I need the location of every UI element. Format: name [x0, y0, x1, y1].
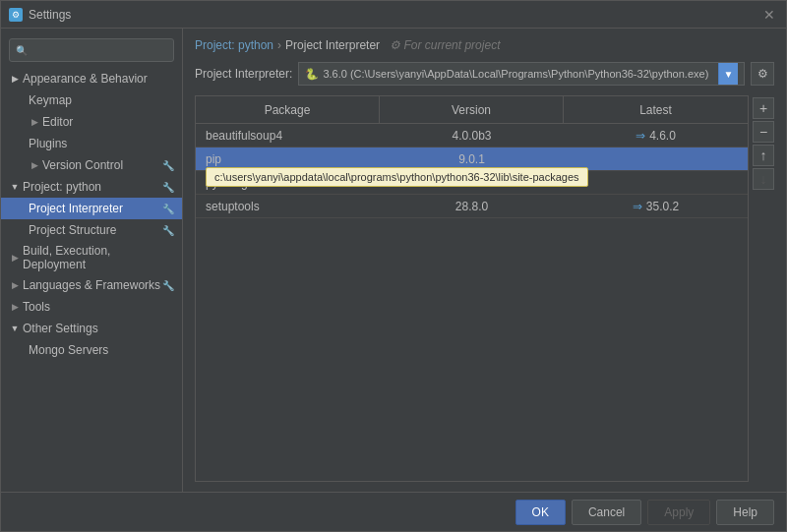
- column-version: Version: [380, 96, 564, 123]
- package-table: Package Version Latest beaut: [195, 95, 749, 482]
- cell-version: 4.0.0b3: [380, 124, 564, 147]
- sidebar-item-project-interpreter[interactable]: Project Interpreter 🔧: [1, 198, 182, 219]
- add-package-button[interactable]: +: [753, 97, 774, 119]
- down-icon: ↓: [760, 171, 767, 187]
- title-bar-left: ⚙ Settings: [9, 8, 71, 22]
- hint-icon: 🔧: [162, 182, 174, 193]
- sidebar-item-editor[interactable]: ▶ Editor: [1, 111, 182, 133]
- expand-icon: ▶: [9, 73, 21, 85]
- expand-icon: ▼: [9, 181, 21, 193]
- interpreter-label: Project Interpreter:: [195, 67, 292, 81]
- sidebar-item-mongo-servers[interactable]: Mongo Servers: [1, 339, 182, 361]
- expand-icon: ▶: [9, 279, 21, 291]
- column-latest: Latest: [564, 96, 748, 123]
- sidebar-item-project-structure[interactable]: Project Structure 🔧: [1, 219, 182, 241]
- sidebar-item-project-python[interactable]: ▼ Project: python 🔧: [1, 176, 182, 198]
- python-icon: 🐍: [305, 68, 319, 81]
- table-wrapper: Package Version Latest beaut: [195, 95, 774, 482]
- sidebar-item-appearance[interactable]: ▶ Appearance & Behavior: [1, 68, 182, 89]
- search-icon: 🔍: [16, 45, 28, 56]
- remove-package-button[interactable]: −: [753, 121, 774, 143]
- sidebar-item-languages-frameworks[interactable]: ▶ Languages & Frameworks 🔧: [1, 274, 182, 296]
- up-button[interactable]: ↑: [753, 145, 774, 166]
- expand-icon: ▶: [29, 116, 40, 128]
- hint-icon: 🔧: [162, 225, 174, 236]
- breadcrumb-current: Project Interpreter: [285, 38, 380, 52]
- interpreter-dropdown-button[interactable]: ▼: [718, 63, 738, 85]
- sidebar-item-plugins[interactable]: Plugins: [1, 133, 182, 154]
- table-header: Package Version Latest: [196, 96, 748, 124]
- sidebar-item-label: Project Structure: [29, 223, 162, 237]
- ok-button[interactable]: OK: [515, 500, 566, 525]
- gear-icon: ⚙: [757, 67, 768, 81]
- expand-icon: ▶: [29, 159, 40, 171]
- hint-icon: 🔧: [162, 160, 174, 171]
- sidebar-item-version-control[interactable]: ▶ Version Control 🔧: [1, 154, 182, 176]
- update-arrow-icon: ⇒: [636, 129, 645, 143]
- cell-version: 28.8.0: [380, 195, 564, 217]
- interpreter-gear-button[interactable]: ⚙: [751, 62, 774, 86]
- sidebar-item-label: Appearance & Behavior: [23, 72, 174, 86]
- table-row[interactable]: beautifulsoup4 4.0.0b3 ⇒ 4.6.0: [196, 124, 748, 148]
- sidebar-item-label: Keymap: [29, 93, 174, 107]
- sidebar-item-build-execution[interactable]: ▶ Build, Execution, Deployment: [1, 241, 182, 274]
- table-side-buttons: + − ↑ ↓: [753, 95, 774, 482]
- right-panel: Project: python › Project Interpreter ⚙ …: [183, 29, 786, 492]
- dropdown-arrow-icon: ▼: [724, 69, 734, 80]
- down-button[interactable]: ↓: [753, 168, 774, 190]
- help-button[interactable]: Help: [716, 500, 774, 525]
- interpreter-select[interactable]: 🐍 3.6.0 (C:\Users\yanyi\AppData\Local\Pr…: [298, 62, 745, 86]
- up-icon: ↑: [760, 148, 767, 163]
- sidebar-item-label: Plugins: [29, 137, 174, 150]
- hint-icon: 🔧: [162, 204, 174, 214]
- sidebar-item-tools[interactable]: ▶ Tools: [1, 296, 182, 318]
- remove-icon: −: [759, 124, 767, 140]
- window-title: Settings: [29, 8, 71, 22]
- tooltip: c:\users\yanyi\appdata\local\programs\py…: [206, 167, 588, 187]
- table-row[interactable]: pip c:\users\yanyi\appdata\local\program…: [196, 148, 748, 171]
- sidebar-item-label: Other Settings: [23, 322, 174, 335]
- cell-latest: ⇒ 4.6.0: [564, 124, 748, 147]
- cancel-button[interactable]: Cancel: [572, 500, 641, 525]
- table-body: beautifulsoup4 4.0.0b3 ⇒ 4.6.0: [196, 124, 748, 481]
- sidebar-item-label: Tools: [23, 300, 174, 314]
- sidebar: 🔍 ▶ Appearance & Behavior Keymap ▶ Edito…: [1, 29, 183, 492]
- hint-icon: 🔧: [162, 280, 174, 291]
- title-bar: ⚙ Settings ✕: [1, 1, 786, 29]
- update-arrow-icon: ⇒: [633, 200, 642, 213]
- column-package: Package: [196, 96, 380, 123]
- sidebar-item-label: Version Control: [42, 158, 162, 172]
- cell-latest: [564, 171, 748, 194]
- app-icon: ⚙: [9, 8, 23, 22]
- breadcrumb-project: Project: python: [195, 38, 273, 52]
- cell-package: setuptools: [196, 195, 380, 217]
- sidebar-item-other-settings[interactable]: ▼ Other Settings: [1, 318, 182, 339]
- sidebar-item-label: Project: python: [23, 180, 162, 194]
- cell-package: pip c:\users\yanyi\appdata\local\program…: [196, 148, 380, 170]
- main-content: 🔍 ▶ Appearance & Behavior Keymap ▶ Edito…: [1, 29, 786, 492]
- breadcrumb-separator: ›: [277, 38, 281, 52]
- expand-icon: ▶: [9, 252, 21, 264]
- expand-icon: ▶: [9, 301, 21, 313]
- sidebar-item-label: Languages & Frameworks: [23, 278, 162, 292]
- apply-button[interactable]: Apply: [647, 500, 710, 525]
- cell-latest: [564, 148, 748, 170]
- bottom-bar: OK Cancel Apply Help: [1, 492, 786, 531]
- cell-package: beautifulsoup4: [196, 124, 380, 147]
- search-input[interactable]: [31, 43, 167, 57]
- sidebar-item-keymap[interactable]: Keymap: [1, 89, 182, 111]
- breadcrumb-note: ⚙ For current project: [390, 38, 500, 52]
- add-icon: +: [759, 100, 767, 116]
- interpreter-value: 3.6.0 (C:\Users\yanyi\AppData\Local\Prog…: [323, 68, 714, 80]
- sidebar-item-label: Build, Execution, Deployment: [23, 244, 174, 271]
- sidebar-item-label: Editor: [42, 115, 174, 129]
- search-box[interactable]: 🔍: [9, 38, 174, 62]
- sidebar-item-label: Project Interpreter: [29, 202, 162, 215]
- table-row[interactable]: setuptools 28.8.0 ⇒ 35.0.2: [196, 195, 748, 218]
- settings-window: ⚙ Settings ✕ 🔍 ▶ Appearance & Behavior K…: [0, 0, 787, 532]
- cell-latest: ⇒ 35.0.2: [564, 195, 748, 217]
- breadcrumb: Project: python › Project Interpreter ⚙ …: [195, 38, 774, 52]
- expand-icon: ▼: [9, 323, 21, 334]
- close-button[interactable]: ✕: [760, 6, 778, 24]
- sidebar-item-label: Mongo Servers: [29, 343, 174, 357]
